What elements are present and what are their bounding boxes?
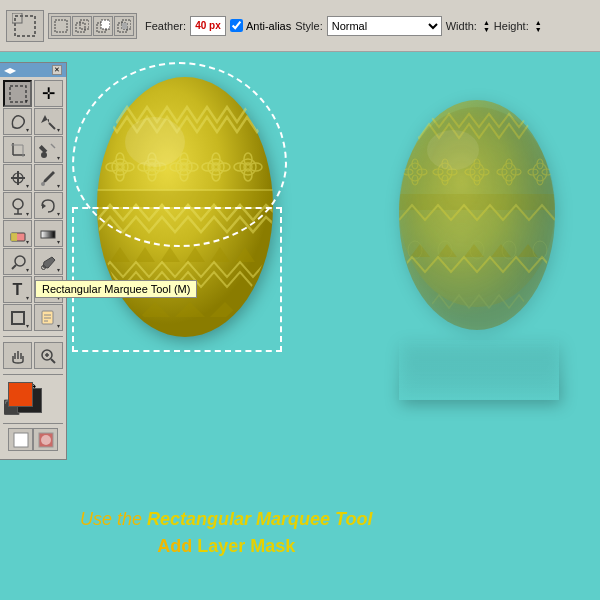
svg-marker-55 (240, 302, 270, 317)
heal-tool-btn[interactable]: ▾ (3, 164, 32, 191)
svg-point-112 (13, 199, 23, 209)
type-btn[interactable]: T ▾ (3, 276, 32, 303)
svg-marker-100 (41, 115, 49, 123)
instruction-use-the: Use the (80, 509, 147, 529)
marquee-tool-selector[interactable] (6, 10, 44, 42)
svg-rect-9 (122, 23, 127, 29)
svg-rect-115 (11, 233, 17, 241)
instruction-line2: Add Layer Mask (80, 533, 372, 560)
svg-line-99 (49, 123, 55, 129)
toolbox-divider-3 (3, 423, 63, 424)
toolbox-divider-1 (3, 336, 63, 337)
svg-rect-116 (41, 231, 55, 238)
zoom-tool-btn[interactable] (34, 342, 63, 369)
height-label: Height: (494, 20, 529, 32)
toolbox-divider-2 (3, 374, 63, 375)
add-selection-icon[interactable] (72, 16, 92, 36)
magic-wand-btn[interactable]: ▾ (34, 108, 63, 135)
brush-tool-btn[interactable]: ▾ (34, 164, 63, 191)
subtract-selection-icon[interactable] (93, 16, 113, 36)
dodge-btn[interactable]: ▾ (3, 248, 32, 275)
svg-point-56 (125, 117, 185, 167)
egg-left (80, 62, 290, 356)
svg-rect-97 (399, 340, 559, 400)
svg-rect-130 (14, 433, 28, 447)
svg-rect-6 (101, 20, 110, 29)
toolbox-close-btn[interactable]: ✕ (52, 65, 62, 75)
svg-line-127 (51, 359, 55, 363)
feather-input[interactable] (190, 16, 226, 36)
top-toolbar: Feather: Anti-alias Style: Normal Fixed … (0, 0, 600, 52)
svg-line-107 (51, 144, 55, 148)
main-canvas-area: ◀▶ ✕ ▾ ✛ ▾ (0, 52, 600, 600)
tool-grid-2 (0, 339, 66, 372)
foreground-color-swatch[interactable] (8, 382, 33, 407)
anti-alias-checkbox[interactable] (230, 19, 243, 32)
move-tool-btn[interactable]: ✛ (34, 80, 63, 107)
quick-mask-btn[interactable] (33, 428, 58, 451)
anti-alias-group: Anti-alias (230, 19, 291, 32)
style-label: Style: (295, 20, 323, 32)
crop-tool-btn[interactable] (3, 136, 32, 163)
egg-left-svg (80, 62, 290, 352)
style-icon-group (48, 13, 137, 39)
svg-point-91 (399, 107, 555, 307)
egg-right-svg (385, 82, 570, 402)
pen-btn[interactable]: ▾ (34, 248, 63, 275)
instruction-layer-mask: Layer Mask (197, 536, 295, 556)
lasso-tool-btn[interactable]: ▾ (3, 108, 32, 135)
toolbox-panel: ◀▶ ✕ ▾ ✛ ▾ (0, 62, 67, 460)
gradient-btn[interactable]: ▾ (34, 220, 63, 247)
svg-rect-2 (55, 20, 67, 32)
marquee-tool-btn[interactable]: ▾ (3, 80, 32, 107)
toolbox-header: ◀▶ ✕ (0, 63, 66, 77)
instruction-text: Use the Rectangular Marquee Tool Add Lay… (80, 506, 372, 560)
color-swatches: ⬛ ⇄ (0, 377, 66, 421)
notes-btn[interactable]: ▾ (34, 304, 63, 331)
shape-btn[interactable]: ▾ (3, 304, 32, 331)
svg-rect-0 (15, 16, 35, 36)
hand-tool-btn[interactable] (3, 342, 32, 369)
svg-point-111 (41, 182, 45, 186)
svg-rect-121 (12, 312, 24, 324)
svg-rect-1 (12, 13, 22, 23)
instruction-tool-name: Rectangular Marquee Tool (147, 509, 372, 529)
normal-mode-btn[interactable] (8, 428, 33, 451)
clone-stamp-btn[interactable]: ▾ (3, 192, 32, 219)
instruction-line1: Use the Rectangular Marquee Tool (80, 506, 372, 533)
anti-alias-label: Anti-alias (246, 20, 291, 32)
eyedropper-btn[interactable]: ▾ (34, 136, 63, 163)
feather-label: Feather: (145, 20, 186, 32)
svg-line-118 (12, 265, 16, 269)
style-select[interactable]: Normal Fixed Aspect Ratio Fixed Size (327, 16, 442, 36)
instruction-add: Add (157, 536, 197, 556)
tooltip-text: Rectangular Marquee Tool (M) (42, 283, 190, 295)
height-arrows[interactable]: ▲▼ (535, 19, 542, 33)
toolbox-collapse-arrows[interactable]: ◀▶ (4, 66, 16, 75)
eraser-btn[interactable]: ▾ (3, 220, 32, 247)
svg-point-117 (15, 256, 25, 266)
svg-rect-98 (10, 86, 26, 102)
width-label: Width: (446, 20, 477, 32)
egg-right (385, 82, 570, 406)
width-arrows[interactable]: ▲▼ (483, 19, 490, 33)
intersect-selection-icon[interactable] (114, 16, 134, 36)
history-brush-btn[interactable]: ▾ (34, 192, 63, 219)
tool-tooltip: Rectangular Marquee Tool (M) (35, 280, 197, 298)
mask-mode-group (0, 426, 66, 453)
new-selection-icon[interactable] (51, 16, 71, 36)
svg-marker-113 (42, 203, 46, 209)
svg-point-132 (41, 435, 51, 445)
